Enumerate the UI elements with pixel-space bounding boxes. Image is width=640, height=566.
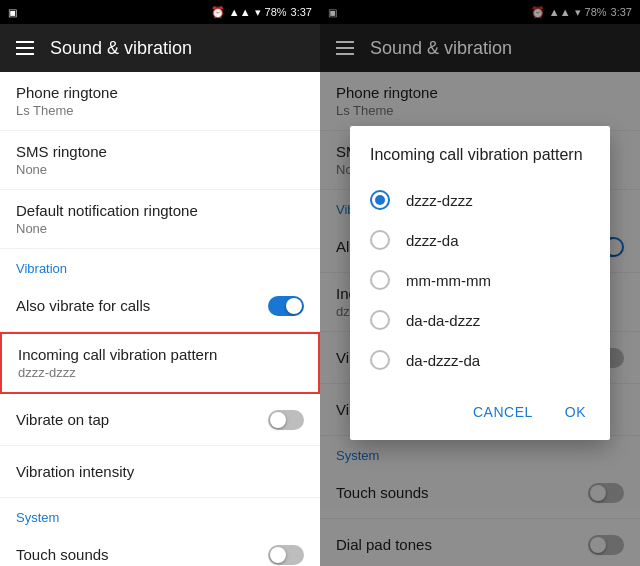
left-vibration-header: Vibration: [0, 249, 320, 280]
left-also-vibrate[interactable]: Also vibrate for calls: [0, 280, 320, 332]
left-touch-sounds[interactable]: Touch sounds: [0, 529, 320, 566]
option-da-da-dzzz[interactable]: da-da-dzzz: [350, 300, 610, 340]
left-sms-ringtone[interactable]: SMS ringtone None: [0, 131, 320, 190]
label-mm-mm-mm: mm-mm-mm: [406, 272, 491, 289]
incoming-call-subtitle: dzzz-dzzz: [18, 365, 302, 380]
option-dzzz-da[interactable]: dzzz-da: [350, 220, 610, 260]
vibrate-on-tap-toggle[interactable]: [268, 410, 304, 430]
signal-icon: ▲▲: [229, 6, 251, 18]
sms-ringtone-title: SMS ringtone: [16, 143, 304, 160]
left-toolbar-title: Sound & vibration: [50, 38, 192, 59]
label-da-da-dzzz: da-da-dzzz: [406, 312, 480, 329]
label-dzzz-da: dzzz-da: [406, 232, 459, 249]
dialog-title: Incoming call vibration pattern: [350, 146, 610, 180]
right-panel: ▣ ⏰ ▲▲ ▾ 78% 3:37 Sound & vibration Phon…: [320, 0, 640, 566]
left-phone-ringtone[interactable]: Phone ringtone Ls Theme: [0, 72, 320, 131]
left-panel: ▣ ⏰ ▲▲ ▾ 78% 3:37 Sound & vibration Phon…: [0, 0, 320, 566]
time-text: 3:37: [291, 6, 312, 18]
menu-icon[interactable]: [16, 41, 34, 55]
vibrate-on-tap-title: Vibrate on tap: [16, 411, 109, 428]
left-system-header: System: [0, 498, 320, 529]
left-incoming-call-vibration[interactable]: Incoming call vibration pattern dzzz-dzz…: [0, 332, 320, 394]
radio-da-dzzz-da[interactable]: [370, 350, 390, 370]
incoming-call-title: Incoming call vibration pattern: [18, 346, 302, 363]
phone-ringtone-title: Phone ringtone: [16, 84, 304, 101]
dialog-actions: CANCEL OK: [350, 388, 610, 432]
phone-ringtone-subtitle: Ls Theme: [16, 103, 304, 118]
vibration-pattern-dialog: Incoming call vibration pattern dzzz-dzz…: [350, 126, 610, 440]
wifi-icon: ▾: [255, 6, 261, 19]
radio-dzzz-dzzz[interactable]: [370, 190, 390, 210]
also-vibrate-title: Also vibrate for calls: [16, 297, 150, 314]
left-default-notification[interactable]: Default notification ringtone None: [0, 190, 320, 249]
sim-icon: ▣: [8, 7, 17, 18]
left-vibration-intensity[interactable]: Vibration intensity: [0, 446, 320, 498]
dialog-overlay: Incoming call vibration pattern dzzz-dzz…: [320, 0, 640, 566]
also-vibrate-toggle[interactable]: [268, 296, 304, 316]
label-da-dzzz-da: da-dzzz-da: [406, 352, 480, 369]
clock-icon: ⏰: [211, 6, 225, 19]
option-dzzz-dzzz[interactable]: dzzz-dzzz: [350, 180, 610, 220]
radio-mm-mm-mm[interactable]: [370, 270, 390, 290]
left-settings-list: Phone ringtone Ls Theme SMS ringtone Non…: [0, 72, 320, 566]
option-da-dzzz-da[interactable]: da-dzzz-da: [350, 340, 610, 380]
vibration-intensity-title: Vibration intensity: [16, 463, 304, 480]
left-toolbar: Sound & vibration: [0, 24, 320, 72]
touch-sounds-title: Touch sounds: [16, 546, 109, 563]
cancel-button[interactable]: CANCEL: [461, 396, 545, 428]
radio-dzzz-da[interactable]: [370, 230, 390, 250]
status-left: ▣: [8, 7, 17, 18]
default-notification-title: Default notification ringtone: [16, 202, 304, 219]
radio-da-da-dzzz[interactable]: [370, 310, 390, 330]
status-bar: ▣ ⏰ ▲▲ ▾ 78% 3:37: [0, 0, 320, 24]
touch-sounds-toggle[interactable]: [268, 545, 304, 565]
status-right: ⏰ ▲▲ ▾ 78% 3:37: [211, 6, 312, 19]
ok-button[interactable]: OK: [553, 396, 598, 428]
sms-ringtone-subtitle: None: [16, 162, 304, 177]
default-notification-subtitle: None: [16, 221, 304, 236]
left-vibrate-on-tap[interactable]: Vibrate on tap: [0, 394, 320, 446]
label-dzzz-dzzz: dzzz-dzzz: [406, 192, 473, 209]
option-mm-mm-mm[interactable]: mm-mm-mm: [350, 260, 610, 300]
battery-text: 78%: [265, 6, 287, 18]
